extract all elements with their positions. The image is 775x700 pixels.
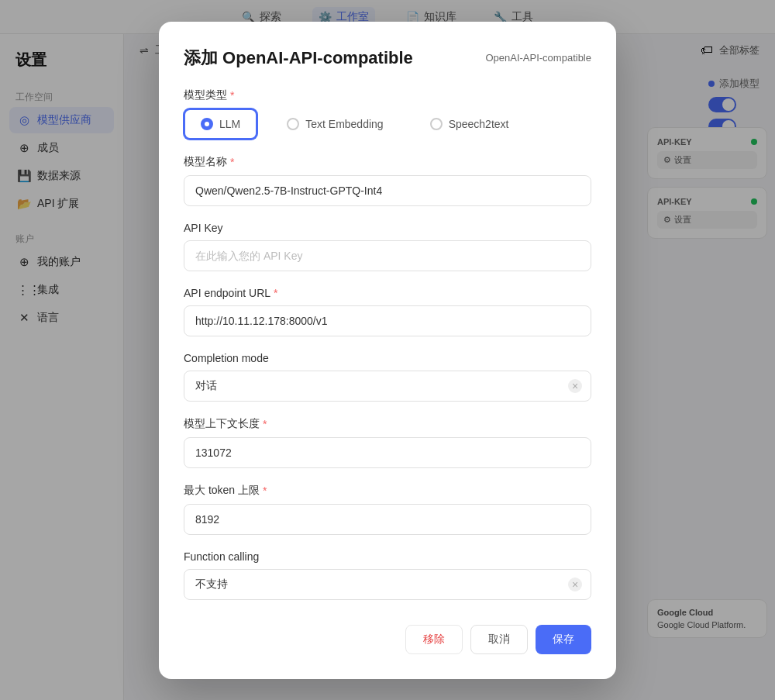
radio-speech2text[interactable]: Speech2text bbox=[413, 109, 526, 140]
model-name-label: 模型名称 * bbox=[184, 155, 591, 169]
radio-speech2text-dot bbox=[430, 118, 443, 130]
function-calling-section: Function calling × bbox=[184, 550, 591, 600]
radio-llm-label: LLM bbox=[219, 118, 240, 130]
function-calling-select-wrapper: × bbox=[184, 569, 591, 600]
completion-mode-clear-btn[interactable]: × bbox=[568, 379, 582, 393]
model-name-required: * bbox=[230, 156, 234, 168]
model-type-section: 模型类型 * LLM Text Embedding Speech2text bbox=[184, 88, 591, 140]
modal-dialog: 添加 OpenAI-API-compatible OpenAI-API-comp… bbox=[159, 22, 616, 679]
api-endpoint-input[interactable] bbox=[184, 305, 591, 336]
modal-badge: OpenAI-API-compatible bbox=[485, 52, 591, 64]
modal-footer: 移除 取消 保存 bbox=[184, 619, 591, 654]
function-calling-label: Function calling bbox=[184, 550, 591, 563]
radio-text-embedding-label: Text Embedding bbox=[305, 118, 383, 130]
api-endpoint-required: * bbox=[274, 287, 277, 299]
model-name-section: 模型名称 * bbox=[184, 155, 591, 206]
api-endpoint-label: API endpoint URL * bbox=[184, 287, 591, 299]
model-name-input[interactable] bbox=[184, 175, 591, 206]
modal-overlay: 添加 OpenAI-API-compatible OpenAI-API-comp… bbox=[0, 0, 775, 700]
completion-mode-select-wrapper: × bbox=[184, 371, 591, 402]
radio-speech2text-label: Speech2text bbox=[449, 118, 509, 130]
context-length-required: * bbox=[263, 418, 267, 430]
context-length-input[interactable] bbox=[184, 437, 591, 468]
radio-text-embedding-dot bbox=[287, 118, 299, 130]
max-token-section: 最大 token 上限 * bbox=[184, 484, 591, 535]
save-button[interactable]: 保存 bbox=[536, 625, 591, 654]
completion-mode-section: Completion mode × bbox=[184, 352, 591, 402]
model-type-required: * bbox=[230, 89, 234, 102]
max-token-required: * bbox=[263, 484, 267, 497]
function-calling-clear-btn[interactable]: × bbox=[568, 578, 582, 591]
model-type-radio-group: LLM Text Embedding Speech2text bbox=[184, 109, 591, 140]
radio-llm[interactable]: LLM bbox=[184, 109, 257, 140]
context-length-label: 模型上下文长度 * bbox=[184, 417, 591, 431]
api-key-section: API Key bbox=[184, 222, 591, 271]
api-key-label: API Key bbox=[184, 222, 591, 234]
modal-header: 添加 OpenAI-API-compatible OpenAI-API-comp… bbox=[184, 47, 591, 70]
completion-mode-label: Completion mode bbox=[184, 352, 591, 364]
radio-llm-dot bbox=[201, 118, 213, 130]
modal-title: 添加 OpenAI-API-compatible bbox=[184, 47, 413, 70]
completion-mode-select[interactable] bbox=[184, 371, 591, 402]
max-token-input[interactable] bbox=[184, 504, 591, 535]
api-key-input[interactable] bbox=[184, 240, 591, 271]
cancel-button[interactable]: 取消 bbox=[470, 625, 528, 654]
function-calling-select[interactable] bbox=[184, 569, 591, 600]
radio-text-embedding[interactable]: Text Embedding bbox=[270, 109, 400, 140]
api-endpoint-section: API endpoint URL * bbox=[184, 287, 591, 336]
delete-button[interactable]: 移除 bbox=[405, 625, 463, 654]
context-length-section: 模型上下文长度 * bbox=[184, 417, 591, 468]
model-type-label: 模型类型 * bbox=[184, 88, 591, 102]
max-token-label: 最大 token 上限 * bbox=[184, 484, 591, 498]
